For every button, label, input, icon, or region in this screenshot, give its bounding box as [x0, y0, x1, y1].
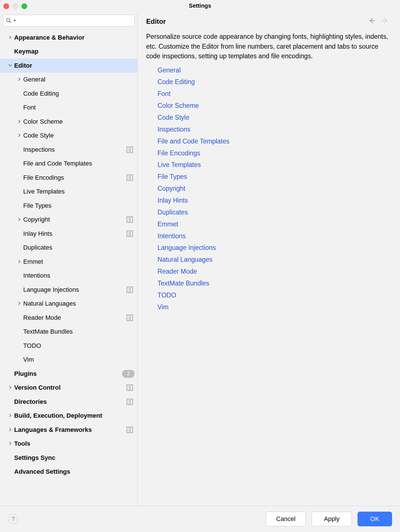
- tree-item-appearance-behavior[interactable]: Appearance & Behavior: [0, 31, 137, 45]
- chevron-right-icon[interactable]: [6, 35, 14, 40]
- section-link-intentions[interactable]: Intentions: [158, 230, 392, 242]
- section-link-inspections[interactable]: Inspections: [158, 124, 392, 136]
- nav-forward-button[interactable]: [378, 17, 392, 26]
- search-dropdown-icon[interactable]: [13, 19, 16, 22]
- zoom-window-button[interactable]: [22, 3, 27, 9]
- tree-item-language-injections[interactable]: Language Injections: [0, 283, 137, 297]
- tree-item-copyright[interactable]: Copyright: [0, 213, 137, 227]
- section-link-copyright[interactable]: Copyright: [158, 183, 392, 195]
- tree-item-plugins[interactable]: Plugins2: [0, 367, 137, 381]
- tree-item-inspections[interactable]: Inspections: [0, 143, 137, 157]
- tree-item-label: Settings Sync: [14, 454, 137, 462]
- minimize-window-button[interactable]: [12, 3, 18, 9]
- tree-item-inlay-hints[interactable]: Inlay Hints: [0, 227, 137, 241]
- section-link-vim[interactable]: Vim: [158, 301, 392, 313]
- section-link-general[interactable]: General: [158, 65, 392, 76]
- section-link-font[interactable]: Font: [158, 88, 392, 100]
- section-link-todo[interactable]: TODO: [158, 289, 392, 301]
- section-link-language-injections[interactable]: Language Injections: [158, 242, 392, 254]
- section-link-natural-languages[interactable]: Natural Languages: [158, 254, 392, 266]
- section-link-reader-mode[interactable]: Reader Mode: [158, 266, 392, 278]
- tree-item-color-scheme[interactable]: Color Scheme: [0, 115, 137, 129]
- tree-item-label: Natural Languages: [23, 300, 137, 307]
- section-link-emmet[interactable]: Emmet: [158, 218, 392, 230]
- tree-item-languages-frameworks[interactable]: Languages & Frameworks: [0, 423, 137, 437]
- section-link-live-templates[interactable]: Live Templates: [158, 159, 392, 171]
- apply-button[interactable]: Apply: [312, 512, 352, 526]
- section-link-duplicates[interactable]: Duplicates: [158, 207, 392, 218]
- tree-item-reader-mode[interactable]: Reader Mode: [0, 311, 137, 325]
- tree-item-file-encodings[interactable]: File Encodings: [0, 171, 137, 185]
- titlebar: Settings: [0, 0, 400, 11]
- window-title: Settings: [0, 3, 400, 9]
- section-link-code-style[interactable]: Code Style: [158, 112, 392, 124]
- project-scope-icon: [127, 147, 133, 153]
- sidebar: Appearance & BehaviorKeymapEditorGeneral…: [0, 11, 138, 506]
- tree-item-label: Language Injections: [23, 286, 127, 293]
- tree-item-directories[interactable]: Directories: [0, 395, 137, 409]
- search-icon: [6, 18, 12, 23]
- settings-search[interactable]: [3, 15, 135, 27]
- project-scope-icon: [127, 385, 133, 391]
- tree-item-emmet[interactable]: Emmet: [0, 255, 137, 269]
- tree-item-intentions[interactable]: Intentions: [0, 269, 137, 283]
- tree-item-label: Keymap: [14, 48, 137, 55]
- close-window-button[interactable]: [3, 3, 9, 9]
- section-link-file-encodings[interactable]: File Encodings: [158, 147, 392, 159]
- tree-item-file-types[interactable]: File Types: [0, 199, 137, 213]
- tree-item-label: Plugins: [14, 370, 122, 377]
- nav-back-button[interactable]: [365, 17, 378, 26]
- tree-item-live-templates[interactable]: Live Templates: [0, 185, 137, 199]
- section-link-code-editing[interactable]: Code Editing: [158, 76, 392, 88]
- tree-item-settings-sync[interactable]: Settings Sync: [0, 451, 137, 465]
- project-scope-icon: [127, 175, 133, 181]
- chevron-right-icon[interactable]: [15, 77, 23, 82]
- chevron-right-icon[interactable]: [6, 385, 14, 390]
- chevron-right-icon[interactable]: [15, 119, 23, 124]
- tree-item-font[interactable]: Font: [0, 101, 137, 115]
- cancel-button[interactable]: Cancel: [266, 512, 306, 526]
- tree-item-label: Advanced Settings: [14, 468, 137, 475]
- project-scope-icon: [127, 315, 133, 321]
- chevron-down-icon[interactable]: [6, 63, 14, 68]
- tree-item-label: TODO: [23, 342, 137, 349]
- search-input[interactable]: [18, 17, 131, 24]
- chevron-right-icon[interactable]: [6, 413, 14, 418]
- chevron-right-icon[interactable]: [15, 259, 23, 264]
- tree-item-tools[interactable]: Tools: [0, 437, 137, 451]
- svg-marker-2: [13, 20, 16, 22]
- section-link-inlay-hints[interactable]: Inlay Hints: [158, 195, 392, 207]
- project-scope-icon: [127, 427, 133, 433]
- chevron-right-icon[interactable]: [15, 133, 23, 138]
- tree-item-code-style[interactable]: Code Style: [0, 129, 137, 143]
- tree-item-todo[interactable]: TODO: [0, 339, 137, 353]
- tree-item-advanced-settings[interactable]: Advanced Settings: [0, 465, 137, 479]
- tree-item-build-execution-deployment[interactable]: Build, Execution, Deployment: [0, 409, 137, 423]
- tree-item-file-and-code-templates[interactable]: File and Code Templates: [0, 157, 137, 171]
- section-link-file-types[interactable]: File Types: [158, 171, 392, 183]
- tree-item-editor[interactable]: Editor: [0, 59, 137, 73]
- tree-item-vim[interactable]: Vim: [0, 353, 137, 367]
- tree-item-keymap[interactable]: Keymap: [0, 45, 137, 59]
- tree-item-version-control[interactable]: Version Control: [0, 381, 137, 395]
- section-link-textmate-bundles[interactable]: TextMate Bundles: [158, 278, 392, 289]
- tree-item-general[interactable]: General: [0, 73, 137, 87]
- section-link-file-and-code-templates[interactable]: File and Code Templates: [158, 136, 392, 147]
- chevron-right-icon[interactable]: [6, 427, 14, 432]
- ok-button[interactable]: OK: [358, 512, 392, 526]
- detail-panel: Editor Personalize source code appearanc…: [138, 11, 400, 506]
- help-button[interactable]: ?: [8, 514, 18, 524]
- svg-point-0: [7, 18, 10, 22]
- count-badge: 2: [122, 370, 135, 378]
- tree-item-label: File and Code Templates: [23, 160, 137, 167]
- arrow-right-icon: [381, 17, 389, 24]
- chevron-right-icon[interactable]: [6, 441, 14, 446]
- tree-item-code-editing[interactable]: Code Editing: [0, 87, 137, 101]
- tree-item-textmate-bundles[interactable]: TextMate Bundles: [0, 325, 137, 339]
- chevron-right-icon[interactable]: [15, 217, 23, 222]
- tree-item-label: Tools: [14, 440, 137, 447]
- tree-item-duplicates[interactable]: Duplicates: [0, 241, 137, 255]
- chevron-right-icon[interactable]: [15, 301, 23, 306]
- tree-item-natural-languages[interactable]: Natural Languages: [0, 297, 137, 311]
- section-link-color-scheme[interactable]: Color Scheme: [158, 100, 392, 112]
